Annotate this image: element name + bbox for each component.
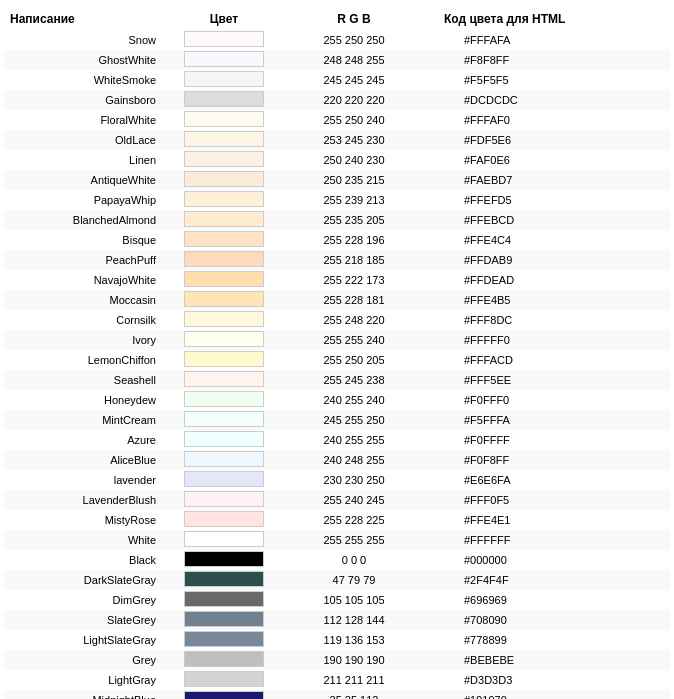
table-row: DimGrey105 105 105#696969 — [4, 590, 670, 610]
color-name: LavenderBlush — [4, 490, 164, 510]
color-name: Cornsilk — [4, 310, 164, 330]
color-hex: #FAEBD7 — [424, 170, 670, 190]
color-name: GhostWhite — [4, 50, 164, 70]
table-row: Moccasin255 228 181#FFE4B5 — [4, 290, 670, 310]
color-swatch — [164, 130, 284, 150]
color-swatch — [164, 210, 284, 230]
color-name: Azure — [4, 430, 164, 450]
color-swatch — [164, 170, 284, 190]
header-rgb: R G B — [284, 8, 424, 30]
table-row: Azure240 255 255#F0FFFF — [4, 430, 670, 450]
color-name: Snow — [4, 30, 164, 50]
color-hex: #191970 — [424, 690, 670, 699]
color-rgb: 250 240 230 — [284, 150, 424, 170]
color-hex: #FFE4C4 — [424, 230, 670, 250]
color-swatch — [164, 350, 284, 370]
color-rgb: 255 235 205 — [284, 210, 424, 230]
color-name: White — [4, 530, 164, 550]
table-row: Cornsilk255 248 220#FFF8DC — [4, 310, 670, 330]
color-rgb: 119 136 153 — [284, 630, 424, 650]
color-swatch — [164, 690, 284, 699]
color-swatch — [164, 190, 284, 210]
color-name: Black — [4, 550, 164, 570]
color-hex: #E6E6FA — [424, 470, 670, 490]
color-name: Linen — [4, 150, 164, 170]
table-row: LavenderBlush255 240 245#FFF0F5 — [4, 490, 670, 510]
table-row: LemonChiffon255 250 205#FFFACD — [4, 350, 670, 370]
color-name: Ivory — [4, 330, 164, 350]
color-rgb: 220 220 220 — [284, 90, 424, 110]
color-hex: #FFF0F5 — [424, 490, 670, 510]
color-swatch — [164, 570, 284, 590]
color-name: SlateGrey — [4, 610, 164, 630]
color-hex: #F5F5F5 — [424, 70, 670, 90]
color-hex: #FFF5EE — [424, 370, 670, 390]
color-name: LightGray — [4, 670, 164, 690]
table-row: PeachPuff255 218 185#FFDAB9 — [4, 250, 670, 270]
color-swatch — [164, 530, 284, 550]
color-name: Honeydew — [4, 390, 164, 410]
color-rgb: 25 25 112 — [284, 690, 424, 699]
color-name: DimGrey — [4, 590, 164, 610]
color-rgb: 255 239 213 — [284, 190, 424, 210]
color-name: FloralWhite — [4, 110, 164, 130]
color-name: AntiqueWhite — [4, 170, 164, 190]
color-hex: #FFEFD5 — [424, 190, 670, 210]
table-row: Grey190 190 190#BEBEBE — [4, 650, 670, 670]
color-rgb: 112 128 144 — [284, 610, 424, 630]
color-rgb: 255 222 173 — [284, 270, 424, 290]
color-rgb: 255 228 181 — [284, 290, 424, 310]
color-swatch — [164, 510, 284, 530]
color-rgb: 211 211 211 — [284, 670, 424, 690]
color-hex: #778899 — [424, 630, 670, 650]
color-swatch — [164, 270, 284, 290]
color-swatch — [164, 290, 284, 310]
color-hex: #F5FFFA — [424, 410, 670, 430]
color-hex: #2F4F4F — [424, 570, 670, 590]
table-row: NavajoWhite255 222 173#FFDEAD — [4, 270, 670, 290]
color-name: OldLace — [4, 130, 164, 150]
color-swatch — [164, 550, 284, 570]
color-name: PapayaWhip — [4, 190, 164, 210]
header-color: Цвет — [164, 8, 284, 30]
color-rgb: 255 250 250 — [284, 30, 424, 50]
color-hex: #D3D3D3 — [424, 670, 670, 690]
color-hex: #696969 — [424, 590, 670, 610]
color-rgb: 255 228 225 — [284, 510, 424, 530]
table-row: PapayaWhip255 239 213#FFEFD5 — [4, 190, 670, 210]
table-row: Linen250 240 230#FAF0E6 — [4, 150, 670, 170]
table-row: AntiqueWhite250 235 215#FAEBD7 — [4, 170, 670, 190]
table-row: FloralWhite255 250 240#FFFAF0 — [4, 110, 670, 130]
color-hex: #000000 — [424, 550, 670, 570]
color-swatch — [164, 430, 284, 450]
table-row: Seashell255 245 238#FFF5EE — [4, 370, 670, 390]
color-swatch — [164, 450, 284, 470]
table-row: OldLace253 245 230#FDF5E6 — [4, 130, 670, 150]
color-swatch — [164, 470, 284, 490]
color-hex: #FFFFFF — [424, 530, 670, 550]
color-hex: #F0FFF0 — [424, 390, 670, 410]
table-row: Honeydew240 255 240#F0FFF0 — [4, 390, 670, 410]
color-swatch — [164, 310, 284, 330]
color-hex: #FFF8DC — [424, 310, 670, 330]
color-rgb: 255 228 196 — [284, 230, 424, 250]
color-swatch — [164, 490, 284, 510]
color-name: MidnightBlue — [4, 690, 164, 699]
color-hex: #FAF0E6 — [424, 150, 670, 170]
color-name: MintCream — [4, 410, 164, 430]
color-rgb: 245 255 250 — [284, 410, 424, 430]
color-swatch — [164, 370, 284, 390]
color-swatch — [164, 30, 284, 50]
table-row: Ivory255 255 240#FFFFF0 — [4, 330, 670, 350]
color-rgb: 105 105 105 — [284, 590, 424, 610]
color-rgb: 0 0 0 — [284, 550, 424, 570]
color-swatch — [164, 50, 284, 70]
color-rgb: 255 250 240 — [284, 110, 424, 130]
color-rgb: 240 255 240 — [284, 390, 424, 410]
color-hex: #708090 — [424, 610, 670, 630]
color-swatch — [164, 590, 284, 610]
color-swatch — [164, 150, 284, 170]
color-hex: #FFE4B5 — [424, 290, 670, 310]
color-swatch — [164, 390, 284, 410]
color-rgb: 245 245 245 — [284, 70, 424, 90]
